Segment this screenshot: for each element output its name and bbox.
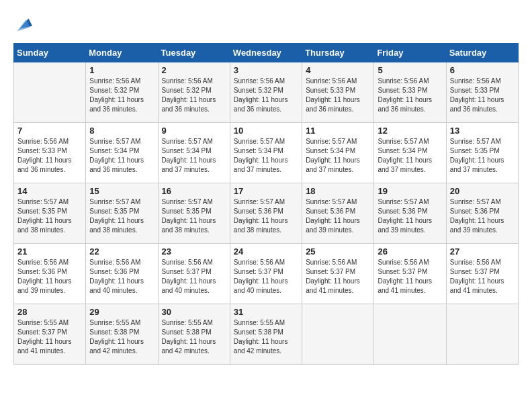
calendar-cell: 2Sunrise: 5:56 AM Sunset: 5:32 PM Daylig…: [158, 62, 230, 123]
calendar-cell: 27Sunrise: 5:56 AM Sunset: 5:37 PM Dayli…: [446, 244, 518, 304]
day-number: 19: [378, 186, 442, 196]
day-info: Sunrise: 5:57 AM Sunset: 5:35 PM Dayligh…: [450, 137, 515, 175]
calendar-cell: 22Sunrise: 5:56 AM Sunset: 5:36 PM Dayli…: [86, 244, 158, 304]
day-info: Sunrise: 5:57 AM Sunset: 5:34 PM Dayligh…: [234, 137, 298, 175]
calendar-cell: 18Sunrise: 5:57 AM Sunset: 5:36 PM Dayli…: [302, 183, 374, 244]
day-info: Sunrise: 5:57 AM Sunset: 5:35 PM Dayligh…: [17, 197, 82, 235]
calendar-cell: 21Sunrise: 5:56 AM Sunset: 5:36 PM Dayli…: [14, 244, 86, 304]
day-info: Sunrise: 5:57 AM Sunset: 5:36 PM Dayligh…: [450, 197, 515, 235]
day-number: 18: [306, 186, 370, 196]
week-row-4: 21Sunrise: 5:56 AM Sunset: 5:36 PM Dayli…: [14, 244, 519, 304]
day-info: Sunrise: 5:57 AM Sunset: 5:36 PM Dayligh…: [234, 197, 298, 235]
day-info: Sunrise: 5:56 AM Sunset: 5:33 PM Dayligh…: [306, 77, 370, 114]
day-number: 8: [89, 126, 154, 136]
day-number: 29: [89, 307, 154, 317]
day-number: 3: [234, 65, 298, 75]
day-number: 30: [162, 307, 226, 317]
calendar-cell: [14, 62, 86, 123]
day-number: 24: [234, 246, 298, 257]
day-number: 6: [450, 65, 515, 75]
day-info: Sunrise: 5:57 AM Sunset: 5:36 PM Dayligh…: [378, 197, 442, 235]
calendar-cell: 4Sunrise: 5:56 AM Sunset: 5:33 PM Daylig…: [302, 62, 374, 123]
week-row-2: 7Sunrise: 5:56 AM Sunset: 5:33 PM Daylig…: [14, 123, 519, 183]
column-header-saturday: Saturday: [446, 44, 518, 62]
calendar-cell: 29Sunrise: 5:55 AM Sunset: 5:38 PM Dayli…: [86, 304, 158, 365]
calendar-table: SundayMondayTuesdayWednesdayThursdayFrid…: [13, 43, 519, 365]
calendar-cell: 14Sunrise: 5:57 AM Sunset: 5:35 PM Dayli…: [14, 183, 86, 244]
calendar-cell: 28Sunrise: 5:55 AM Sunset: 5:37 PM Dayli…: [14, 304, 86, 365]
day-info: Sunrise: 5:56 AM Sunset: 5:33 PM Dayligh…: [378, 77, 442, 114]
calendar-cell: 9Sunrise: 5:57 AM Sunset: 5:34 PM Daylig…: [158, 123, 230, 183]
calendar-cell: 7Sunrise: 5:56 AM Sunset: 5:33 PM Daylig…: [14, 123, 86, 183]
calendar-cell: 25Sunrise: 5:56 AM Sunset: 5:37 PM Dayli…: [302, 244, 374, 304]
week-row-1: 1Sunrise: 5:56 AM Sunset: 5:32 PM Daylig…: [14, 62, 519, 123]
header-row: SundayMondayTuesdayWednesdayThursdayFrid…: [14, 44, 519, 62]
calendar-header: SundayMondayTuesdayWednesdayThursdayFrid…: [14, 44, 519, 62]
day-number: 14: [17, 186, 82, 196]
day-number: 15: [89, 186, 154, 196]
calendar-cell: [374, 304, 446, 365]
calendar-cell: 6Sunrise: 5:56 AM Sunset: 5:33 PM Daylig…: [446, 62, 518, 123]
day-info: Sunrise: 5:55 AM Sunset: 5:37 PM Dayligh…: [17, 318, 82, 356]
column-header-thursday: Thursday: [302, 44, 374, 62]
calendar-cell: 11Sunrise: 5:57 AM Sunset: 5:34 PM Dayli…: [302, 123, 374, 183]
calendar-body: 1Sunrise: 5:56 AM Sunset: 5:32 PM Daylig…: [14, 62, 519, 365]
calendar-cell: 15Sunrise: 5:57 AM Sunset: 5:35 PM Dayli…: [86, 183, 158, 244]
column-header-tuesday: Tuesday: [158, 44, 230, 62]
day-number: 22: [89, 246, 154, 257]
day-info: Sunrise: 5:56 AM Sunset: 5:32 PM Dayligh…: [89, 77, 154, 114]
day-info: Sunrise: 5:55 AM Sunset: 5:38 PM Dayligh…: [234, 318, 298, 356]
day-number: 17: [234, 186, 298, 196]
day-number: 5: [378, 65, 442, 75]
calendar-cell: 20Sunrise: 5:57 AM Sunset: 5:36 PM Dayli…: [446, 183, 518, 244]
calendar-cell: 13Sunrise: 5:57 AM Sunset: 5:35 PM Dayli…: [446, 123, 518, 183]
day-number: 9: [162, 126, 226, 136]
day-number: 4: [306, 65, 370, 75]
calendar-cell: 12Sunrise: 5:57 AM Sunset: 5:34 PM Dayli…: [374, 123, 446, 183]
page-header: [13, 13, 519, 32]
column-header-wednesday: Wednesday: [230, 44, 302, 62]
day-number: 10: [234, 126, 298, 136]
calendar-cell: 17Sunrise: 5:57 AM Sunset: 5:36 PM Dayli…: [230, 183, 302, 244]
day-info: Sunrise: 5:56 AM Sunset: 5:36 PM Dayligh…: [89, 258, 154, 295]
calendar-cell: 30Sunrise: 5:55 AM Sunset: 5:38 PM Dayli…: [158, 304, 230, 365]
column-header-friday: Friday: [374, 44, 446, 62]
column-header-monday: Monday: [86, 44, 158, 62]
day-number: 11: [306, 126, 370, 136]
day-info: Sunrise: 5:57 AM Sunset: 5:34 PM Dayligh…: [89, 137, 154, 175]
day-number: 23: [162, 246, 226, 257]
column-header-sunday: Sunday: [14, 44, 86, 62]
day-number: 28: [17, 307, 82, 317]
day-number: 27: [450, 246, 515, 257]
day-info: Sunrise: 5:57 AM Sunset: 5:36 PM Dayligh…: [306, 197, 370, 235]
day-number: 16: [162, 186, 226, 196]
calendar-cell: 31Sunrise: 5:55 AM Sunset: 5:38 PM Dayli…: [230, 304, 302, 365]
day-info: Sunrise: 5:56 AM Sunset: 5:33 PM Dayligh…: [17, 137, 82, 175]
day-number: 7: [17, 126, 82, 136]
day-number: 13: [450, 126, 515, 136]
calendar-cell: 3Sunrise: 5:56 AM Sunset: 5:32 PM Daylig…: [230, 62, 302, 123]
day-info: Sunrise: 5:57 AM Sunset: 5:34 PM Dayligh…: [162, 137, 226, 175]
calendar-cell: 26Sunrise: 5:56 AM Sunset: 5:37 PM Dayli…: [374, 244, 446, 304]
day-info: Sunrise: 5:56 AM Sunset: 5:37 PM Dayligh…: [234, 258, 298, 295]
day-info: Sunrise: 5:56 AM Sunset: 5:37 PM Dayligh…: [378, 258, 442, 295]
day-number: 31: [234, 307, 298, 317]
day-info: Sunrise: 5:56 AM Sunset: 5:37 PM Dayligh…: [306, 258, 370, 295]
day-number: 25: [306, 246, 370, 257]
day-number: 20: [450, 186, 515, 196]
calendar-cell: [446, 304, 518, 365]
day-info: Sunrise: 5:57 AM Sunset: 5:35 PM Dayligh…: [89, 197, 154, 235]
calendar-cell: 23Sunrise: 5:56 AM Sunset: 5:37 PM Dayli…: [158, 244, 230, 304]
calendar-cell: 10Sunrise: 5:57 AM Sunset: 5:34 PM Dayli…: [230, 123, 302, 183]
calendar-cell: 5Sunrise: 5:56 AM Sunset: 5:33 PM Daylig…: [374, 62, 446, 123]
day-info: Sunrise: 5:57 AM Sunset: 5:35 PM Dayligh…: [162, 197, 226, 235]
day-info: Sunrise: 5:56 AM Sunset: 5:33 PM Dayligh…: [450, 77, 515, 114]
calendar-cell: 19Sunrise: 5:57 AM Sunset: 5:36 PM Dayli…: [374, 183, 446, 244]
logo-icon: [15, 13, 34, 32]
day-number: 26: [378, 246, 442, 257]
calendar-cell: 1Sunrise: 5:56 AM Sunset: 5:32 PM Daylig…: [86, 62, 158, 123]
day-info: Sunrise: 5:55 AM Sunset: 5:38 PM Dayligh…: [162, 318, 226, 356]
logo: [13, 13, 34, 32]
day-info: Sunrise: 5:56 AM Sunset: 5:37 PM Dayligh…: [162, 258, 226, 295]
day-number: 1: [89, 65, 154, 75]
